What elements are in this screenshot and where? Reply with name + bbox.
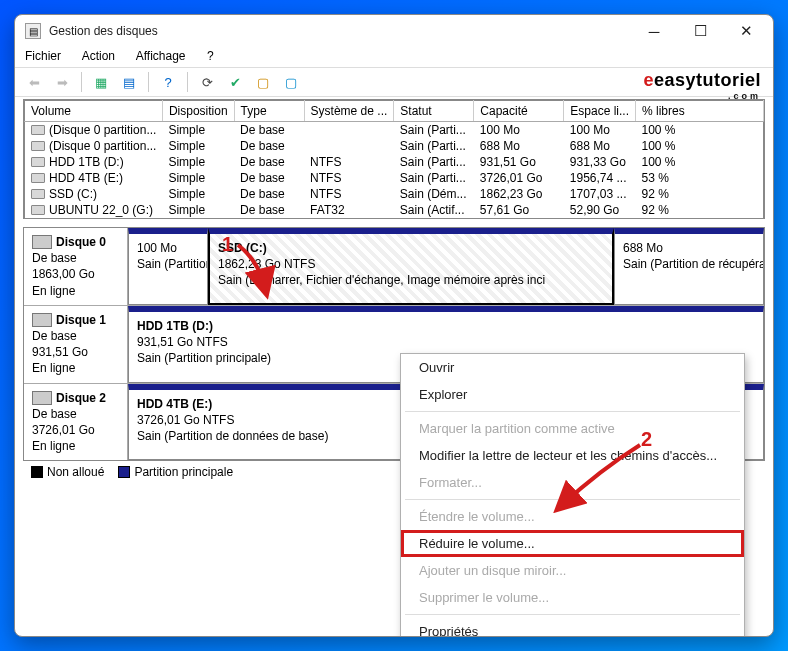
- ctx-delete: Supprimer le volume...: [401, 584, 744, 611]
- action1-icon[interactable]: ▢: [252, 71, 274, 93]
- menu-file[interactable]: Fichier: [25, 49, 61, 63]
- col-disposition[interactable]: Disposition: [162, 101, 234, 122]
- disk-mgmt-icon: ▤: [25, 23, 41, 39]
- toolbar-separator: [187, 72, 188, 92]
- disk-label: Disque 0De base1863,00 GoEn ligne: [24, 228, 128, 305]
- ctx-separator: [405, 411, 740, 412]
- col-free[interactable]: Espace li...: [564, 101, 636, 122]
- volume-icon: [31, 205, 45, 215]
- titlebar: ▤ Gestion des disques ─ ☐ ✕: [15, 15, 773, 47]
- disk-management-window: ▤ Gestion des disques ─ ☐ ✕ Fichier Acti…: [14, 14, 774, 637]
- maximize-button[interactable]: ☐: [677, 16, 723, 46]
- apply-icon[interactable]: ✔: [224, 71, 246, 93]
- partition-context-menu: Ouvrir Explorer Marquer la partition com…: [400, 353, 745, 637]
- disk-bars: 100 MoSain (Partition duSSD (C:)1862,23 …: [128, 228, 764, 305]
- ctx-change-letter[interactable]: Modifier la lettre de lecteur et les che…: [401, 442, 744, 469]
- ctx-shrink[interactable]: Réduire le volume...: [401, 530, 744, 557]
- partition-selected[interactable]: SSD (C:)1862,23 Go NTFSSain (Démarrer, F…: [208, 228, 614, 305]
- properties-icon[interactable]: ▤: [118, 71, 140, 93]
- menu-view[interactable]: Affichage: [136, 49, 186, 63]
- legend-primary: Partition principale: [118, 465, 233, 479]
- watermark-brand: eeasytutoriel .com: [643, 70, 761, 101]
- refresh-icon[interactable]: ⟳: [196, 71, 218, 93]
- col-fs[interactable]: Système de ...: [304, 101, 394, 122]
- window-controls: ─ ☐ ✕: [631, 16, 769, 46]
- disk-row: Disque 0De base1863,00 GoEn ligne100 MoS…: [24, 228, 764, 305]
- col-capacity[interactable]: Capacité: [474, 101, 564, 122]
- window-title: Gestion des disques: [49, 24, 631, 38]
- ctx-separator: [405, 614, 740, 615]
- ctx-open[interactable]: Ouvrir: [401, 354, 744, 381]
- table-row[interactable]: UBUNTU 22_0 (G:)SimpleDe baseFAT32Sain (…: [25, 202, 764, 219]
- disk-icon: [32, 313, 52, 327]
- action2-icon[interactable]: ▢: [280, 71, 302, 93]
- menubar: Fichier Action Affichage ?: [15, 47, 773, 67]
- partition[interactable]: 688 MoSain (Partition de récupéra: [614, 228, 764, 305]
- disk-label: Disque 2De base3726,01 GoEn ligne: [24, 384, 128, 461]
- help-icon[interactable]: ?: [157, 71, 179, 93]
- toolbar: ⬅ ➡ ▦ ▤ ? ⟳ ✔ ▢ ▢ eeasytutoriel .com: [15, 67, 773, 97]
- table-row[interactable]: SSD (C:)SimpleDe baseNTFSSain (Dém...186…: [25, 186, 764, 202]
- legend-unallocated: Non alloué: [31, 465, 104, 479]
- menu-help[interactable]: ?: [207, 49, 214, 63]
- table-row[interactable]: HDD 1TB (D:)SimpleDe baseNTFSSain (Parti…: [25, 154, 764, 170]
- disk-icon: [32, 391, 52, 405]
- toolbar-separator: [148, 72, 149, 92]
- volume-table: Volume Disposition Type Système de ... S…: [24, 100, 764, 219]
- col-volume[interactable]: Volume: [25, 101, 163, 122]
- partition[interactable]: 100 MoSain (Partition du: [128, 228, 208, 305]
- col-pct[interactable]: % libres: [636, 101, 764, 122]
- table-row[interactable]: (Disque 0 partition...SimpleDe baseSain …: [25, 122, 764, 139]
- ctx-format: Formater...: [401, 469, 744, 496]
- ctx-explore[interactable]: Explorer: [401, 381, 744, 408]
- minimize-button[interactable]: ─: [631, 16, 677, 46]
- disk-label: Disque 1De base931,51 GoEn ligne: [24, 306, 128, 383]
- volume-table-header-row: Volume Disposition Type Système de ... S…: [25, 101, 764, 122]
- panes-icon[interactable]: ▦: [90, 71, 112, 93]
- forward-icon: ➡: [51, 71, 73, 93]
- volume-table-container: Volume Disposition Type Système de ... S…: [23, 99, 765, 219]
- disk-icon: [32, 235, 52, 249]
- toolbar-separator: [81, 72, 82, 92]
- col-status[interactable]: Statut: [394, 101, 474, 122]
- table-row[interactable]: (Disque 0 partition...SimpleDe baseSain …: [25, 138, 764, 154]
- menu-action[interactable]: Action: [82, 49, 115, 63]
- ctx-mark-active: Marquer la partition comme active: [401, 415, 744, 442]
- volume-icon: [31, 189, 45, 199]
- ctx-mirror: Ajouter un disque miroir...: [401, 557, 744, 584]
- volume-icon: [31, 125, 45, 135]
- col-type[interactable]: Type: [234, 101, 304, 122]
- back-icon: ⬅: [23, 71, 45, 93]
- ctx-properties[interactable]: Propriétés: [401, 618, 744, 637]
- volume-icon: [31, 141, 45, 151]
- ctx-separator: [405, 499, 740, 500]
- close-button[interactable]: ✕: [723, 16, 769, 46]
- ctx-extend: Étendre le volume...: [401, 503, 744, 530]
- table-row[interactable]: HDD 4TB (E:)SimpleDe baseNTFSSain (Parti…: [25, 170, 764, 186]
- volume-icon: [31, 173, 45, 183]
- volume-icon: [31, 157, 45, 167]
